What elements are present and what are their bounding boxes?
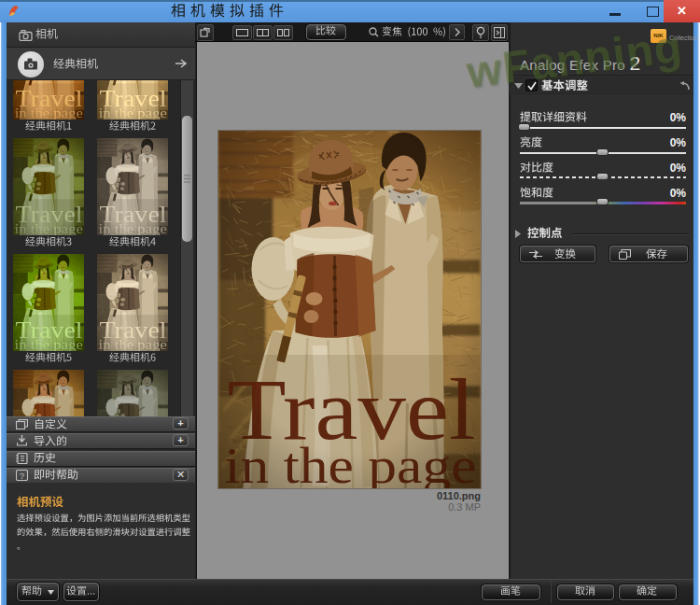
svg-text:?: ? — [20, 471, 24, 481]
